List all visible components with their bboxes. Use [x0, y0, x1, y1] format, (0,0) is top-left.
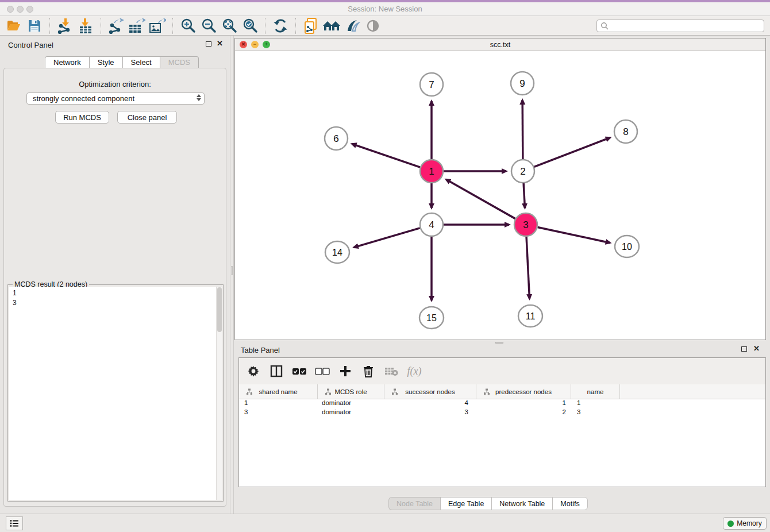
- column-header-successor-nodes[interactable]: successor nodes: [384, 384, 476, 399]
- result-scrollbar-thumb[interactable]: [217, 287, 222, 332]
- close-panel-icon[interactable]: ✕: [217, 41, 223, 47]
- window-maximize-icon[interactable]: +: [263, 41, 270, 48]
- cell-mcds-role[interactable]: dominator: [318, 399, 384, 408]
- node-1[interactable]: 1: [420, 160, 443, 183]
- network-graph[interactable]: 7968124314101511: [235, 51, 765, 340]
- column-header-mcds-role[interactable]: MCDS role: [318, 384, 384, 399]
- table-row[interactable]: 3dominator323: [239, 408, 765, 418]
- tab-edge-table[interactable]: Edge Table: [440, 497, 491, 510]
- node-6[interactable]: 6: [325, 127, 348, 150]
- memory-button[interactable]: Memory: [723, 517, 767, 530]
- tab-style[interactable]: Style: [89, 56, 122, 68]
- import-network-icon[interactable]: [55, 17, 75, 34]
- criterion-select[interactable]: strongly connected component: [26, 92, 205, 105]
- edge-3-1[interactable]: [446, 179, 515, 218]
- node-2[interactable]: 2: [511, 160, 534, 183]
- float-panel-icon[interactable]: [206, 41, 211, 47]
- select-all-icon[interactable]: [292, 363, 307, 379]
- node-10[interactable]: 10: [615, 236, 639, 257]
- column-header-name[interactable]: name: [571, 384, 620, 399]
- run-mcds-button[interactable]: Run MCDS: [55, 111, 109, 124]
- trash-icon[interactable]: [361, 363, 376, 379]
- network-canvas[interactable]: 7968124314101511: [235, 51, 765, 340]
- memory-status-icon: [727, 521, 734, 527]
- cell-shared-name[interactable]: 1: [239, 399, 318, 408]
- result-scrollbar[interactable]: [216, 287, 222, 500]
- column-header-predecessor-nodes[interactable]: predecessor nodes: [476, 384, 571, 399]
- node-label: 2: [520, 166, 525, 177]
- export-network-icon[interactable]: [106, 17, 126, 34]
- edge-3-10[interactable]: [538, 227, 610, 242]
- task-history-button[interactable]: [6, 516, 23, 530]
- list-icon: [10, 519, 19, 527]
- tab-node-table[interactable]: Node Table: [388, 497, 440, 510]
- network-window-titlebar[interactable]: ✕ − + scc.txt: [235, 38, 765, 51]
- search-field[interactable]: [596, 20, 764, 32]
- edge-3-11[interactable]: [526, 237, 529, 299]
- toolbar-separator: [295, 18, 296, 34]
- table-row[interactable]: 1dominator411: [239, 399, 765, 408]
- zoom-traffic-light[interactable]: [26, 6, 33, 13]
- cell-name[interactable]: 3: [571, 408, 620, 418]
- export-image-icon[interactable]: [147, 17, 168, 34]
- node-label: 8: [623, 126, 628, 137]
- mcds-result-area[interactable]: 1 3: [9, 287, 222, 500]
- vizmap-icon[interactable]: [342, 17, 363, 34]
- column-header-shared-name[interactable]: shared name: [239, 384, 318, 399]
- houses-icon[interactable]: [321, 17, 342, 34]
- cell-successor-nodes[interactable]: 3: [384, 408, 476, 418]
- zoom-in-icon[interactable]: [178, 17, 198, 34]
- edge-4-14[interactable]: [354, 228, 420, 248]
- import-table-icon[interactable]: [75, 17, 96, 34]
- node-label: 15: [426, 313, 437, 323]
- cell-mcds-role[interactable]: dominator: [318, 408, 384, 418]
- node-4[interactable]: 4: [420, 213, 443, 236]
- add-icon[interactable]: [338, 363, 353, 379]
- tab-select[interactable]: Select: [122, 56, 160, 68]
- tab-motifs[interactable]: Motifs: [552, 497, 587, 510]
- mcds-result-box: MCDS result (2 nodes) 1 3: [7, 284, 224, 502]
- node-8[interactable]: 8: [614, 120, 637, 143]
- tab-mcds[interactable]: MCDS: [160, 56, 199, 68]
- edge-2-9[interactable]: [522, 100, 523, 159]
- cell-predecessor-nodes[interactable]: 1: [476, 399, 571, 408]
- node-9[interactable]: 9: [511, 72, 534, 95]
- node-7[interactable]: 7: [420, 73, 443, 96]
- zoom-fit-icon[interactable]: [219, 17, 240, 34]
- cell-successor-nodes[interactable]: 4: [384, 399, 476, 408]
- cell-shared-name[interactable]: 3: [239, 408, 318, 418]
- gear-icon[interactable]: [246, 363, 261, 379]
- close-traffic-light[interactable]: [7, 6, 14, 13]
- zoom-selected-icon[interactable]: [240, 17, 260, 34]
- export-table-icon[interactable]: [126, 17, 147, 34]
- minimize-traffic-light[interactable]: [17, 6, 24, 13]
- save-session-icon[interactable]: [24, 17, 45, 34]
- search-input[interactable]: [611, 22, 764, 30]
- edge-2-8[interactable]: [534, 137, 610, 167]
- node-15[interactable]: 15: [419, 307, 444, 329]
- node-table-container: f(x) shared nameMCDS rolesuccessor nodes…: [238, 357, 766, 487]
- node-11[interactable]: 11: [518, 305, 542, 327]
- edge-1-6[interactable]: [352, 144, 420, 167]
- cell-predecessor-nodes[interactable]: 2: [476, 408, 571, 418]
- vertical-splitter[interactable]: [230, 36, 234, 514]
- deselect-all-icon[interactable]: [315, 363, 330, 379]
- window-minimize-icon[interactable]: −: [251, 41, 259, 48]
- new-network-from-selection-icon[interactable]: [301, 17, 321, 34]
- toolbar-separator: [49, 18, 50, 34]
- cell-name[interactable]: 1: [571, 399, 620, 408]
- close-panel-icon[interactable]: ✕: [753, 346, 760, 352]
- columns-icon[interactable]: [269, 363, 284, 379]
- edge-2-3[interactable]: [523, 183, 525, 208]
- float-panel-icon[interactable]: [741, 346, 747, 352]
- tab-network[interactable]: Network: [45, 56, 89, 68]
- open-session-icon[interactable]: [3, 17, 24, 34]
- node-14[interactable]: 14: [325, 241, 349, 263]
- node-3[interactable]: 3: [514, 213, 537, 236]
- zoom-out-icon[interactable]: [198, 17, 219, 34]
- close-panel-button[interactable]: Close panel: [117, 111, 177, 124]
- tab-network-table[interactable]: Network Table: [491, 497, 552, 510]
- window-close-icon[interactable]: ✕: [240, 41, 247, 48]
- layout-refresh-icon[interactable]: [270, 17, 291, 34]
- splitter-handle[interactable]: [231, 266, 233, 275]
